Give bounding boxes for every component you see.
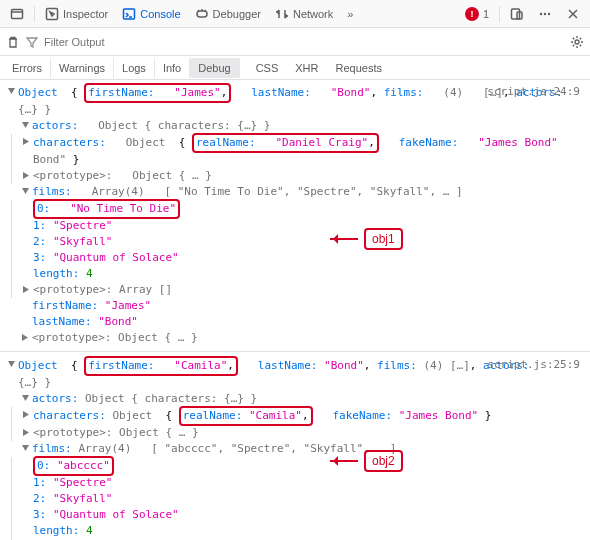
close-devtools[interactable] — [560, 3, 586, 25]
tab-inspector-label: Inspector — [63, 8, 108, 20]
tab-network[interactable]: Network — [269, 3, 339, 25]
svg-rect-0 — [12, 9, 23, 18]
tab-console-label: Console — [140, 8, 180, 20]
network-icon — [275, 7, 289, 21]
obj1-actors-proto: <prototype>: Object { … } — [21, 168, 584, 184]
toolbar-divider — [499, 6, 500, 22]
svg-point-11 — [544, 12, 546, 14]
dock-toggle[interactable] — [4, 3, 30, 25]
highlight-realname-obj2: realName: "Camila", — [179, 406, 313, 426]
object-type-label[interactable]: Object — [18, 86, 58, 99]
highlight-films0-obj1: 0: "No Time To Die" — [33, 199, 180, 219]
tab-inspector[interactable]: Inspector — [39, 3, 114, 25]
source-link-obj1[interactable]: script.js:24:9 — [487, 84, 580, 100]
error-indicator[interactable]: ! 1 — [459, 3, 495, 25]
responsive-icon — [510, 7, 524, 21]
obj1-characters-row: characters: Object { realName: "Daniel C… — [21, 134, 584, 152]
console-output: Object { firstName: "James", lastName: "… — [0, 80, 590, 540]
svg-point-13 — [575, 40, 579, 44]
tab-network-label: Network — [293, 8, 333, 20]
cat-errors[interactable]: Errors — [4, 58, 51, 78]
disclosure-triangle[interactable] — [21, 136, 31, 146]
svg-rect-8 — [512, 9, 520, 19]
funnel-icon[interactable] — [26, 36, 38, 48]
highlight-realname-obj1: realName: "Daniel Craig", — [192, 133, 379, 153]
toolbar-divider — [34, 6, 35, 22]
obj1-films-row: films: Array(4) [ "No Time To Die", "Spe… — [20, 184, 584, 200]
log-row-obj2: Object { firstName: "Camila", lastName: … — [6, 357, 584, 375]
dock-icon — [10, 7, 24, 21]
cat-info[interactable]: Info — [155, 58, 190, 78]
console-category-row: Errors Warnings Logs Info Debug CSS XHR … — [0, 56, 590, 80]
kebab-menu[interactable] — [532, 3, 558, 25]
svg-line-7 — [205, 10, 206, 11]
devtools-toolbar: Inspector Console Debugger Network » ! 1 — [0, 0, 590, 28]
log-row-obj1: Object { firstName: "James", lastName: "… — [6, 84, 584, 102]
console-filter-row — [0, 28, 590, 56]
svg-point-10 — [540, 12, 542, 14]
settings-gear-icon[interactable] — [570, 35, 584, 49]
error-badge-icon: ! — [465, 7, 479, 21]
console-icon — [122, 7, 136, 21]
disclosure-triangle[interactable] — [21, 170, 31, 180]
kebab-icon — [538, 7, 552, 21]
responsive-mode-button[interactable] — [504, 3, 530, 25]
filter-output-input[interactable] — [44, 36, 564, 48]
cat-requests[interactable]: Requests — [328, 58, 391, 78]
tab-console[interactable]: Console — [116, 3, 186, 25]
disclosure-triangle[interactable] — [6, 359, 16, 369]
svg-line-6 — [198, 10, 199, 11]
cat-debug[interactable]: Debug — [190, 58, 239, 78]
tabs-overflow[interactable]: » — [341, 4, 359, 24]
highlight-firstname-obj1: firstName: "James", — [84, 83, 231, 103]
overflow-glyph: » — [347, 8, 353, 20]
obj1-films-0: 0: "No Time To Die" — [21, 200, 584, 218]
inspector-icon — [45, 7, 59, 21]
tab-debugger[interactable]: Debugger — [189, 3, 267, 25]
disclosure-triangle[interactable] — [21, 409, 31, 419]
cat-xhr[interactable]: XHR — [287, 58, 327, 78]
svg-rect-2 — [47, 8, 58, 19]
error-count: 1 — [483, 8, 489, 20]
disclosure-triangle[interactable] — [20, 443, 30, 453]
tab-debugger-label: Debugger — [213, 8, 261, 20]
log-separator — [0, 351, 590, 352]
cat-warnings[interactable]: Warnings — [51, 58, 114, 78]
annotation-obj1: obj1 — [330, 228, 403, 250]
highlight-firstname-obj2: firstName: "Camila", — [84, 356, 238, 376]
debugger-icon — [195, 7, 209, 21]
highlight-films0-obj2: 0: "abcccc" — [33, 456, 114, 476]
arrow-left-icon — [330, 238, 358, 240]
disclosure-triangle[interactable] — [21, 284, 31, 294]
svg-point-12 — [548, 12, 550, 14]
disclosure-triangle[interactable] — [20, 186, 30, 196]
disclosure-triangle[interactable] — [20, 120, 30, 130]
disclosure-triangle[interactable] — [21, 427, 31, 437]
arrow-left-icon — [330, 460, 358, 462]
svg-rect-4 — [197, 11, 207, 17]
cat-logs[interactable]: Logs — [114, 58, 155, 78]
disclosure-triangle[interactable] — [20, 393, 30, 403]
trash-icon[interactable] — [6, 35, 20, 49]
disclosure-triangle[interactable] — [6, 86, 16, 96]
obj1-films-proto: <prototype>: Array [] — [21, 282, 584, 298]
disclosure-triangle[interactable] — [20, 332, 30, 342]
cat-css[interactable]: CSS — [248, 58, 288, 78]
close-icon — [566, 7, 580, 21]
source-link-obj2[interactable]: script.js:25:9 — [487, 357, 580, 373]
annotation-obj2: obj2 — [330, 450, 403, 472]
obj1-actors-row: actors: Object { characters: {…} } — [20, 118, 584, 134]
